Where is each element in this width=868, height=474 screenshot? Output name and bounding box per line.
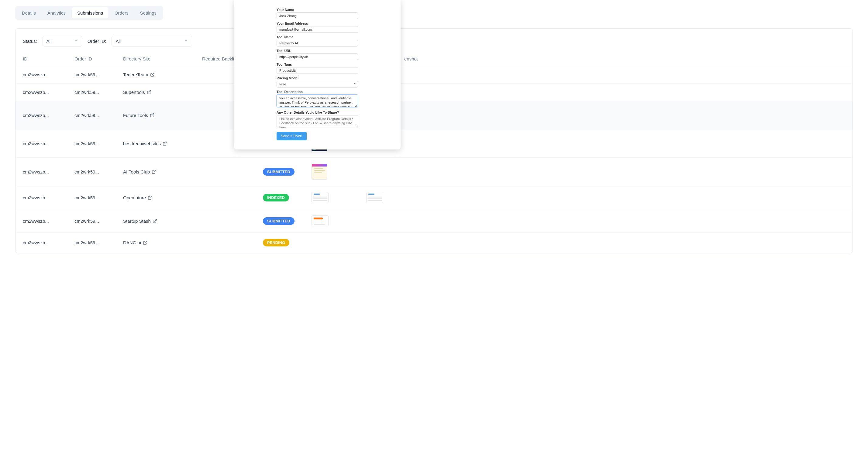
form-pricing-label: Pricing Model bbox=[277, 76, 358, 80]
chevron-down-icon bbox=[74, 39, 78, 44]
col-id: ID bbox=[23, 56, 74, 61]
external-link-icon bbox=[148, 195, 152, 200]
cell-order-id: cm2wrk59... bbox=[74, 72, 123, 77]
table-row[interactable]: cm2wwszb...cm2wrk59...Future ToolsSUBMIT… bbox=[16, 101, 852, 129]
form-other-textarea[interactable] bbox=[277, 115, 358, 128]
tab-orders[interactable]: Orders bbox=[109, 7, 134, 19]
cell-order-id: cm2wrk59... bbox=[74, 240, 123, 245]
form-tool-url-input[interactable] bbox=[277, 54, 358, 60]
cell-directory-site[interactable]: Supertools bbox=[123, 90, 202, 95]
form-description-textarea[interactable] bbox=[277, 94, 358, 107]
svg-line-5 bbox=[150, 196, 152, 198]
cell-id: cm2wwszb... bbox=[23, 240, 74, 245]
table-row[interactable]: cm2wwszb...cm2wrk59...bestfreeaiwebsites… bbox=[16, 129, 852, 158]
send-it-over-button[interactable]: Send It Over! bbox=[277, 132, 307, 140]
cell-order-id: cm2wrk59... bbox=[74, 141, 123, 146]
cell-order-id: cm2wrk59... bbox=[74, 90, 123, 95]
form-name-input[interactable] bbox=[277, 12, 358, 19]
svg-line-2 bbox=[152, 113, 154, 116]
order-id-select[interactable]: All bbox=[112, 36, 192, 46]
table-row[interactable]: cm2wwszb...cm2wrk59...OpenfutureINDEXED bbox=[16, 186, 852, 209]
status-value: All bbox=[46, 39, 52, 44]
cell-id: cm2wwszb... bbox=[23, 113, 74, 118]
cell-directory-site[interactable]: TenereTeam bbox=[123, 72, 202, 77]
tab-settings[interactable]: Settings bbox=[135, 7, 162, 19]
cell-directory-site[interactable]: Future Tools bbox=[123, 113, 202, 118]
form-email-label: Your Email Address bbox=[277, 22, 358, 25]
table-row[interactable]: cm2wwszb...cm2wrk59...DANG.aiPENDING bbox=[16, 233, 852, 253]
table-row[interactable]: cm2wwszb...cm2wrk59...AI Tools ClubSUBMI… bbox=[16, 158, 852, 186]
external-link-icon bbox=[150, 72, 155, 77]
cell-status: SUBMITTED bbox=[263, 217, 312, 225]
cell-directory-site[interactable]: DANG.ai bbox=[123, 240, 202, 245]
form-tool-name-label: Tool Name bbox=[277, 35, 358, 39]
chevron-down-icon bbox=[184, 39, 188, 44]
external-link-icon bbox=[143, 240, 147, 245]
cell-id: cm2wwsza... bbox=[23, 72, 74, 77]
form-description-label: Tool Description bbox=[277, 90, 358, 94]
cell-id: cm2wwszb... bbox=[23, 141, 74, 146]
cell-screenshot[interactable] bbox=[312, 215, 366, 226]
cell-order-id: cm2wrk59... bbox=[74, 218, 123, 224]
form-pricing-select[interactable]: Free bbox=[277, 81, 358, 88]
order-id-value: All bbox=[116, 39, 121, 44]
cell-status: SUBMITTED bbox=[263, 168, 312, 176]
status-badge: SUBMITTED bbox=[263, 168, 294, 176]
form-tool-tags-input[interactable] bbox=[277, 67, 358, 74]
form-name-label: Your Name bbox=[277, 8, 358, 11]
cell-directory-site[interactable]: Startup Stash bbox=[123, 218, 202, 224]
status-label: Status: bbox=[23, 39, 37, 44]
external-link-icon bbox=[153, 219, 157, 223]
table-header: ID Order ID Directory Site Required Back… bbox=[16, 52, 852, 66]
cell-order-id: cm2wrk59... bbox=[74, 113, 123, 118]
svg-line-3 bbox=[164, 141, 166, 144]
external-link-icon bbox=[150, 113, 154, 118]
filters-row: Status: All Order ID: All bbox=[16, 35, 852, 52]
tab-submissions[interactable]: Submissions bbox=[72, 7, 108, 19]
order-id-label: Order ID: bbox=[88, 39, 106, 44]
cell-directory-site[interactable]: AI Tools Club bbox=[123, 169, 202, 175]
cell-screenshot[interactable] bbox=[312, 192, 366, 203]
col-directory-site: Directory Site bbox=[123, 56, 202, 61]
cell-id: cm2wwszb... bbox=[23, 195, 74, 200]
cell-order-id: cm2wrk59... bbox=[74, 169, 123, 175]
svg-line-0 bbox=[152, 73, 154, 75]
cell-id: cm2wwszb... bbox=[23, 218, 74, 224]
cell-order-id: cm2wrk59... bbox=[74, 195, 123, 200]
status-badge: SUBMITTED bbox=[263, 217, 294, 225]
cell-directory-site[interactable]: bestfreeaiwebsites bbox=[123, 141, 202, 146]
tab-details[interactable]: Details bbox=[17, 7, 41, 19]
cell-backlink-screenshot[interactable] bbox=[366, 192, 418, 203]
svg-line-1 bbox=[149, 91, 151, 93]
status-badge: PENDING bbox=[263, 239, 289, 246]
table-row[interactable]: cm2wwsza...cm2wrk59...TenereTeam bbox=[16, 66, 852, 84]
tab-bar: Details Analytics Submissions Orders Set… bbox=[15, 6, 163, 20]
form-other-label: Any Other Details You'd Like To Share? bbox=[277, 110, 358, 114]
table-row[interactable]: cm2wwszb...cm2wrk59...Startup StashSUBMI… bbox=[16, 209, 852, 233]
external-link-icon bbox=[147, 90, 151, 94]
cell-id: cm2wwszb... bbox=[23, 90, 74, 95]
col-order-id: Order ID bbox=[74, 56, 123, 61]
cell-status: PENDING bbox=[263, 239, 312, 246]
submissions-panel: Status: All Order ID: All ID Order ID Di… bbox=[15, 28, 853, 253]
table-row[interactable]: cm2wwszb...cm2wrk59...Supertools bbox=[16, 84, 852, 101]
cell-screenshot[interactable] bbox=[312, 164, 366, 180]
cell-status: INDEXED bbox=[263, 194, 312, 201]
svg-line-4 bbox=[153, 170, 156, 172]
cell-id: cm2wwszb... bbox=[23, 169, 74, 175]
external-link-icon bbox=[163, 141, 167, 146]
svg-line-7 bbox=[145, 241, 147, 243]
svg-line-6 bbox=[154, 219, 157, 221]
status-badge: INDEXED bbox=[263, 194, 289, 201]
external-link-icon bbox=[152, 169, 156, 174]
cell-directory-site[interactable]: Openfuture bbox=[123, 195, 202, 200]
form-tool-name-input[interactable] bbox=[277, 40, 358, 46]
form-tool-tags-label: Tool Tags bbox=[277, 63, 358, 66]
tab-analytics[interactable]: Analytics bbox=[42, 7, 71, 19]
submission-form-popover: Your Name Your Email Address Tool Name T… bbox=[234, 0, 401, 150]
status-select[interactable]: All bbox=[42, 36, 82, 46]
form-email-input[interactable] bbox=[277, 26, 358, 33]
form-tool-url-label: Tool URL bbox=[277, 49, 358, 53]
